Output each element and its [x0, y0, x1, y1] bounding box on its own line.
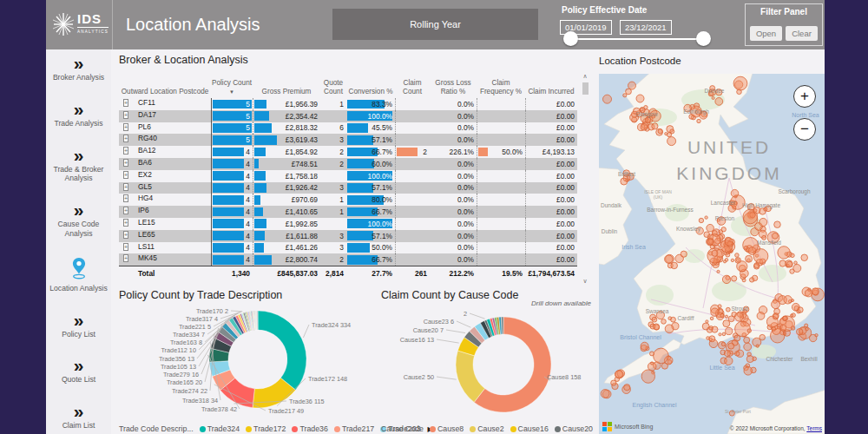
postcode-bubble[interactable]	[723, 260, 726, 263]
row-expand-icon[interactable]: +	[123, 123, 128, 131]
postcode-bubble[interactable]	[744, 343, 752, 351]
postcode-bubble[interactable]	[726, 327, 733, 334]
postcode-bubble[interactable]	[735, 312, 744, 321]
postcode-bubble[interactable]	[746, 356, 753, 363]
postcode-bubble[interactable]	[667, 133, 671, 137]
row-expand-icon[interactable]: +	[123, 254, 128, 262]
postcode-bubble[interactable]	[726, 253, 730, 257]
postcode-bubble[interactable]	[654, 348, 669, 364]
postcode-bubble[interactable]	[791, 326, 794, 330]
postcode-bubble[interactable]	[615, 371, 622, 378]
row-expand-icon[interactable]: +	[123, 99, 128, 107]
table-header-row[interactable]: Outward Location PostcodePolicy Count▼Gr…	[119, 71, 577, 98]
table-scrollbar[interactable]: ∧ ∨	[581, 73, 589, 271]
column-header[interactable]: Claim Frequency %	[477, 79, 525, 95]
table-row[interactable]: +HG44£970.69180.0%0.0%£0.00	[119, 194, 577, 206]
table-row[interactable]: +LE154£1,992.85100.0%0.0%£0.00	[119, 218, 577, 230]
column-header[interactable]: Claim Incurred	[525, 88, 577, 95]
sidebar-item-trade-analysis[interactable]: »Trade Analysis	[46, 101, 111, 128]
postcode-bubble[interactable]	[681, 251, 687, 257]
sidebar-item-policy-list[interactable]: »Policy List	[46, 312, 111, 339]
postcode-bubble[interactable]	[719, 333, 721, 336]
postcode-bubble[interactable]	[697, 119, 700, 122]
postcode-bubble[interactable]	[783, 317, 787, 321]
legend-item[interactable]: Trade324	[207, 424, 240, 433]
postcode-bubble[interactable]	[654, 324, 660, 330]
column-header[interactable]: Gross Premium	[253, 88, 320, 95]
scroll-down-arrow[interactable]: ∨	[581, 278, 589, 285]
map-zoom-in-button[interactable]: +	[793, 85, 816, 108]
postcode-bubble[interactable]	[709, 336, 715, 342]
postcode-bubble[interactable]	[671, 317, 676, 322]
row-expand-icon[interactable]: +	[123, 231, 128, 239]
terms-link[interactable]: Terms	[806, 425, 822, 431]
postcode-bubble[interactable]	[744, 337, 750, 343]
postcode-bubble[interactable]	[779, 260, 786, 266]
postcode-bubble[interactable]	[786, 261, 792, 267]
postcode-bubble[interactable]	[774, 221, 781, 228]
postcode-bubble[interactable]	[774, 308, 780, 314]
postcode-bubble[interactable]	[707, 239, 713, 245]
postcode-bubble[interactable]	[641, 342, 648, 350]
row-expand-icon[interactable]: +	[123, 183, 128, 191]
postcode-bubble[interactable]	[731, 259, 733, 261]
trade-donut-chart[interactable]: Trade324 334Trade172 148Trade36 115Trade…	[117, 301, 378, 419]
postcode-bubble[interactable]	[757, 312, 765, 320]
postcode-bubble[interactable]	[798, 307, 803, 312]
table-row[interactable]: +PL65£2,818.32645.5%0.0%£0.00	[119, 122, 577, 135]
legend-item[interactable]: Trade172	[253, 424, 286, 433]
postcode-bubble[interactable]	[721, 227, 726, 232]
postcode-bubble[interactable]	[797, 329, 803, 335]
postcode-bubble[interactable]	[689, 115, 694, 120]
table-row[interactable]: +LE654£1,611.88357.1%0.0%£0.00	[119, 230, 577, 242]
column-header[interactable]: Conversion %	[346, 88, 395, 95]
postcode-bubble[interactable]	[773, 233, 779, 239]
scroll-up-arrow[interactable]: ∧	[581, 73, 589, 80]
postcode-bubble[interactable]	[712, 250, 718, 256]
postcode-bubble[interactable]	[760, 334, 766, 340]
sidebar-item-broker-analysis[interactable]: »Broker Analysis	[46, 55, 111, 82]
postcode-bubble[interactable]	[652, 317, 657, 322]
postcode-bubble[interactable]	[644, 106, 648, 109]
column-header[interactable]: Claim Count	[395, 79, 430, 95]
postcode-bubble[interactable]	[658, 129, 662, 134]
postcode-bubble[interactable]	[724, 350, 730, 356]
postcode-bubble[interactable]	[726, 307, 730, 312]
postcode-bubble[interactable]	[733, 76, 747, 90]
postcode-bubble[interactable]	[744, 246, 747, 249]
postcode-bubble[interactable]	[737, 89, 742, 95]
row-expand-icon[interactable]: +	[123, 147, 128, 155]
cause-donut-chart[interactable]: Cause8 158Cause2 50Cause16 13Cause20 7Ca…	[379, 301, 595, 419]
uk-postcode-map[interactable]: UNITEDKINGDOMDundeeGlasgowEdinburghNorth…	[599, 74, 825, 434]
filter-clear-button[interactable]: Clear	[786, 26, 818, 41]
postcode-bubble[interactable]	[815, 334, 818, 337]
postcode-bubble[interactable]	[715, 98, 723, 106]
postcode-bubble[interactable]	[665, 325, 674, 333]
postcode-bubble[interactable]	[791, 253, 795, 258]
row-expand-icon[interactable]: +	[123, 111, 128, 119]
table-row[interactable]: +DA175£2,354.42100.0%0.0%£0.00	[119, 110, 577, 122]
postcode-bubble[interactable]	[699, 218, 703, 222]
postcode-bubble[interactable]	[725, 238, 733, 246]
date-range-slider[interactable]	[567, 38, 707, 40]
slider-handle-start[interactable]	[563, 31, 578, 46]
postcode-bubble[interactable]	[641, 123, 648, 130]
table-row[interactable]: +RG405£3,619.43357.1%0.0%£0.00	[119, 134, 577, 146]
row-expand-icon[interactable]: +	[123, 219, 128, 227]
postcode-bubble[interactable]	[721, 342, 725, 345]
table-row[interactable]: +EX24£1,758.18100.0%0.0%£0.00	[119, 170, 577, 182]
postcode-bubble[interactable]	[750, 278, 754, 282]
legend-item[interactable]: Cause16	[518, 424, 549, 433]
postcode-bubble[interactable]	[793, 265, 801, 273]
postcode-bubble[interactable]	[772, 327, 776, 332]
postcode-bubble[interactable]	[744, 367, 753, 376]
map-zoom-out-button[interactable]: −	[793, 118, 816, 141]
postcode-bubble[interactable]	[661, 319, 667, 325]
postcode-bubble[interactable]	[732, 276, 737, 281]
postcode-bubble[interactable]	[784, 296, 792, 304]
postcode-bubble[interactable]	[735, 258, 741, 264]
sidebar-item-quote-list[interactable]: »Quote List	[46, 357, 111, 385]
map-canvas[interactable]: UNITEDKINGDOMDundeeGlasgowEdinburghNorth…	[599, 74, 825, 434]
postcode-bubble[interactable]	[652, 123, 658, 129]
postcode-bubble[interactable]	[812, 288, 819, 295]
